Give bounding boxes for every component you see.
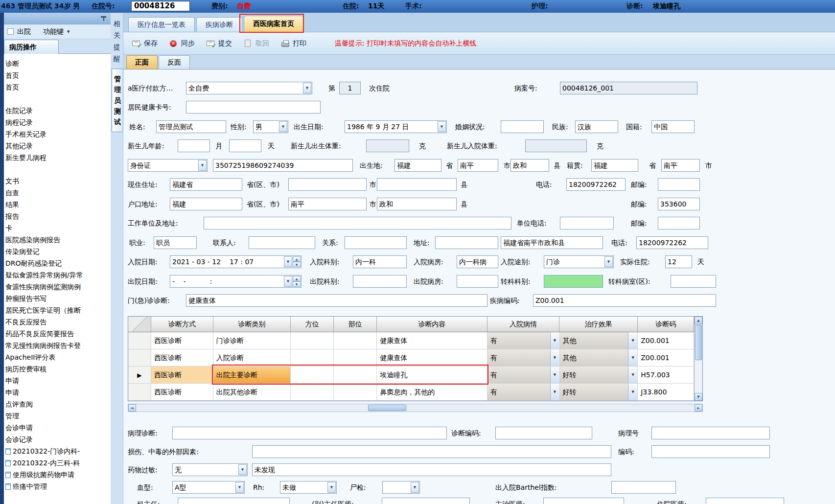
sidebar-item[interactable]: 管理 <box>4 410 111 422</box>
scroll-down-icon[interactable]: ▼ <box>695 393 702 401</box>
transfer-ward-field[interactable] <box>671 275 716 288</box>
sidebar-item[interactable]: 手术相关记录 <box>4 128 111 140</box>
diagnosis-row[interactable]: 西医诊断 出院其他诊断 鼻窦息肉，其他的 有▼ 好转▼ J33.800 <box>128 384 694 401</box>
sidebar-item[interactable]: 不良反应报告 <box>4 316 111 328</box>
body-part-cell[interactable] <box>334 384 377 401</box>
diagnosis-row[interactable]: 西医诊断 入院诊断 健康查体 有▼ 其他▼ Z00.001 <box>128 349 694 367</box>
sidebar-item[interactable]: 卡 <box>4 222 111 234</box>
current-zip-field[interactable] <box>658 178 700 191</box>
position-cell[interactable] <box>291 332 334 349</box>
date-spinner[interactable]: ▲▼ <box>293 256 301 267</box>
admission-condition-cell[interactable]: 有▼ <box>487 349 560 367</box>
dropdown-arrow-icon[interactable]: ▼ <box>550 349 559 366</box>
sidebar-item[interactable]: 肿瘤报告书写 <box>4 293 111 304</box>
save-button[interactable]: ✓ 保存 <box>132 39 158 48</box>
birthplace-county-field[interactable]: 政和 <box>510 159 549 172</box>
table-column-header[interactable]: 方位 <box>291 317 334 332</box>
native-province-field[interactable]: 福建 <box>591 159 638 172</box>
resident-field[interactable] <box>706 498 784 504</box>
diagnosis-content-cell[interactable]: 健康查体 <box>377 332 487 349</box>
dropdown-arrow-icon[interactable]: ▼ <box>438 121 446 132</box>
occupation-field[interactable]: 职员 <box>154 236 197 249</box>
sync-button[interactable]: ✕ 同步 <box>169 39 195 48</box>
diagnosis-code-cell[interactable]: Z00.001 <box>638 349 694 367</box>
birthplace-province-field[interactable]: 福建 <box>394 159 441 172</box>
admin-user-tab[interactable]: 管理员测试 <box>112 69 123 132</box>
diagnosis-code-cell[interactable]: J33.800 <box>638 384 694 401</box>
dropdown-arrow-icon[interactable]: ▼ <box>327 482 336 493</box>
sidebar-item[interactable]: ApacheII评分表 <box>4 351 111 363</box>
ethnicity-field[interactable]: 汉族 <box>575 120 618 133</box>
scroll-left-icon[interactable]: ◄ <box>128 404 136 412</box>
treatment-effect-cell[interactable]: 其他▼ <box>560 349 638 367</box>
record-operations-tab[interactable]: 病历操作 <box>4 40 59 54</box>
dropdown-arrow-icon[interactable]: ▼ <box>550 384 559 400</box>
sidebar-item[interactable]: 结果 <box>4 199 111 210</box>
sidebar-item[interactable]: 其他记录 <box>4 140 111 152</box>
registered-zip-field[interactable]: 353600 <box>658 198 700 210</box>
diagnosis-content-cell[interactable]: 埃迪瞳孔 <box>377 367 487 384</box>
sidebar-item[interactable]: 病程记录 <box>4 116 111 128</box>
admission-route-select[interactable]: 门诊▼ <box>544 255 614 268</box>
sidebar-item[interactable]: 申请 <box>4 375 111 387</box>
actual-stay-field[interactable]: 12 <box>665 255 692 268</box>
sidebar-item[interactable]: 食源性疾病病例监测病例 <box>4 281 111 293</box>
vertical-scroll-thumb[interactable] <box>695 325 702 360</box>
discharge-ward-field[interactable] <box>457 275 498 288</box>
gender-select[interactable]: 男▼ <box>253 120 288 133</box>
submit-button[interactable]: ✓ 提交 <box>207 39 232 48</box>
disease-code-field[interactable]: Z00.001 <box>533 294 716 307</box>
id-number-field[interactable]: 350725198609274039 <box>213 159 353 172</box>
discharge-dept-field[interactable] <box>353 275 407 288</box>
sidebar-item[interactable]: 首页 <box>4 69 111 81</box>
dropdown-arrow-icon[interactable]: ▼ <box>628 332 637 349</box>
admission-condition-cell[interactable]: 有▼ <box>487 332 560 349</box>
sidebar-item[interactable]: 首页 <box>4 81 111 93</box>
rh-select[interactable]: 未做▼ <box>280 481 337 494</box>
sidebar-item[interactable]: 20210322-内三科-科 <box>4 457 111 469</box>
sidebar-item[interactable]: DRO耐药感染登记 <box>4 257 111 269</box>
current-county-field[interactable] <box>377 178 457 191</box>
sidebar-item[interactable]: 报告 <box>4 210 111 222</box>
diagnosis-method-cell[interactable]: 西医诊断 <box>151 367 213 384</box>
diagnosis-category-cell[interactable]: 出院其他诊断 <box>213 384 291 401</box>
dropdown-arrow-icon[interactable]: ▼ <box>411 482 419 493</box>
sidebar-item[interactable] <box>4 163 111 175</box>
contact-address-field[interactable] <box>435 236 498 249</box>
autopsy-select[interactable]: ▼ <box>382 481 420 494</box>
treatment-effect-cell[interactable]: 好转▼ <box>560 384 638 401</box>
table-horizontal-scrollbar[interactable]: ◄ ► <box>128 404 703 412</box>
chief-field[interactable] <box>178 498 290 504</box>
payment-select[interactable]: 全自费▼ <box>186 82 312 94</box>
sidebar-item[interactable]: 疑似食源性异常病例/异常 <box>4 269 111 281</box>
dropdown-arrow-icon[interactable]: ▼ <box>284 256 292 267</box>
newborn-month-field[interactable] <box>178 139 210 152</box>
injury-field[interactable] <box>252 445 611 458</box>
position-cell[interactable] <box>291 349 334 367</box>
dropdown-arrow-icon[interactable]: ▼ <box>235 482 244 493</box>
birth-date-select[interactable]: 1986 年 9 月 27 日▼ <box>345 120 447 133</box>
contact-phone-field[interactable]: 18200972262 <box>636 236 708 249</box>
body-part-cell[interactable] <box>334 349 377 367</box>
print-button[interactable]: 打印 <box>281 39 306 48</box>
blood-type-select[interactable]: A型▼ <box>172 481 245 494</box>
pathology-field[interactable] <box>172 427 447 439</box>
diagnosis-code-cell[interactable]: H57.003 <box>638 367 694 384</box>
dropdown-arrow-icon[interactable]: ▼ <box>238 464 247 475</box>
body-part-cell[interactable] <box>334 332 377 349</box>
table-column-header[interactable]: 诊断内容 <box>377 317 487 332</box>
scroll-up-icon[interactable]: ▲ <box>695 317 702 324</box>
position-cell[interactable] <box>291 384 334 401</box>
newborn-admweight-field[interactable] <box>525 139 587 152</box>
related-reminder-tab[interactable]: 相关提醒 <box>111 18 123 65</box>
sidebar-item[interactable]: 点评查阅 <box>4 398 111 410</box>
sidebar-item[interactable]: 诊断 <box>4 58 111 69</box>
diagnosis-category-cell[interactable]: 出院主要诊断 <box>213 367 291 384</box>
table-column-header[interactable]: 诊断方式 <box>151 317 213 332</box>
diagnosis-code-cell[interactable]: Z00.001 <box>638 332 694 349</box>
allergy-select[interactable]: 无▼ <box>172 463 248 476</box>
inpatient-no-field[interactable]: 00048126 <box>131 1 190 11</box>
sidebar-item[interactable]: 文书 <box>4 175 111 187</box>
attending-field[interactable] <box>543 498 624 504</box>
dropdown-arrow-icon[interactable]: ▼ <box>550 332 559 349</box>
